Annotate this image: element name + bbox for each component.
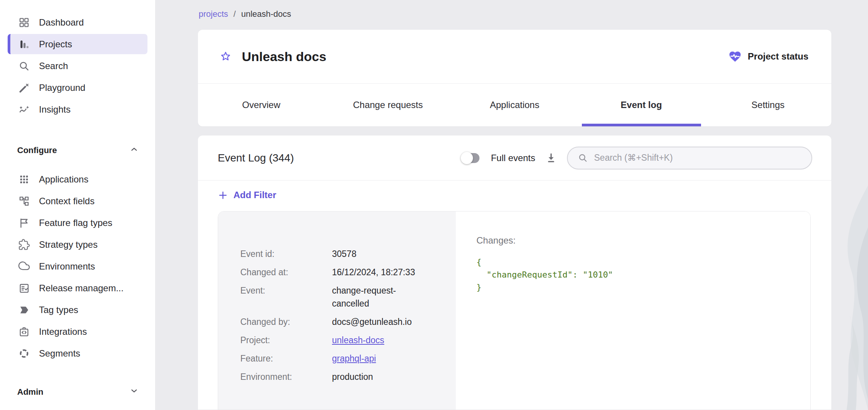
tab-settings[interactable]: Settings	[704, 84, 831, 126]
project-title-row: Unleash docs Project status	[198, 30, 831, 83]
event-field-row: Event: change-request-cancelled	[240, 284, 440, 310]
cloud-icon	[18, 261, 30, 272]
active-tab-indicator	[582, 124, 701, 126]
event-log-title: Event Log (344)	[218, 152, 294, 164]
event-log-header: Event Log (344) Full events	[198, 136, 831, 180]
field-label: Event id:	[240, 247, 332, 260]
field-value: 16/12/2024, 18:27:33	[332, 266, 428, 279]
download-icon[interactable]	[545, 152, 557, 164]
heart-pulse-icon	[728, 50, 742, 63]
field-label: Feature:	[240, 352, 332, 365]
breadcrumb-current: unleash-docs	[241, 9, 291, 19]
event-detail-card: Event id: 30578 Changed at: 16/12/2024, …	[218, 211, 811, 410]
field-label: Event:	[240, 284, 332, 310]
app-root: Dashboard Projects Search Playground Ins	[0, 0, 868, 410]
tab-overview[interactable]: Overview	[198, 84, 325, 126]
tab-change-requests[interactable]: Change requests	[325, 84, 452, 126]
event-search-field[interactable]	[567, 147, 812, 169]
tab-label: Overview	[242, 100, 280, 110]
event-field-row: Changed by: docs@getunleash.io	[240, 315, 440, 328]
chevron-down-icon	[129, 386, 139, 398]
sidebar-item-label: Search	[39, 61, 68, 71]
breadcrumb-projects-link[interactable]: projects	[199, 9, 228, 19]
event-log-controls: Full events	[462, 147, 812, 169]
sidebar-item-projects[interactable]: Projects	[8, 34, 147, 54]
field-value: unleash-docs	[332, 334, 428, 347]
event-log-card: Event Log (344) Full events	[198, 136, 831, 410]
field-value: production	[332, 370, 428, 383]
sidebar-item-label: Dashboard	[39, 17, 84, 28]
sidebar: Dashboard Projects Search Playground Ins	[0, 0, 155, 410]
sidebar-item-environments[interactable]: Environments	[0, 255, 155, 277]
sidebar-item-label: Projects	[39, 39, 72, 50]
integration-icon	[18, 326, 30, 337]
sidebar-section-configure[interactable]: Configure	[0, 142, 155, 158]
sidebar-item-playground[interactable]: Playground	[0, 77, 155, 98]
field-label: Changed by:	[240, 315, 332, 328]
event-search-input[interactable]	[594, 153, 802, 163]
field-value: docs@getunleash.io	[332, 315, 428, 328]
sidebar-item-context-fields[interactable]: Context fields	[0, 190, 155, 212]
sidebar-item-dashboard[interactable]: Dashboard	[0, 11, 155, 33]
breadcrumb-separator: /	[233, 9, 236, 19]
projects-icon	[18, 39, 30, 50]
field-label: Environment:	[240, 370, 332, 383]
sidebar-item-applications[interactable]: Applications	[0, 168, 155, 190]
field-label: Project:	[240, 334, 332, 347]
sidebar-item-label: Tag types	[39, 305, 78, 315]
chevron-up-icon	[129, 144, 139, 157]
section-label: Admin	[17, 387, 43, 397]
sidebar-item-label: Segments	[39, 348, 80, 359]
tab-label: Applications	[490, 100, 539, 110]
tab-label: Event log	[621, 100, 662, 110]
sidebar-item-label: Strategy types	[39, 239, 97, 250]
field-value: 30578	[332, 247, 428, 260]
filter-row: Add Filter	[198, 181, 831, 211]
event-field-row: Feature: graphql-api	[240, 352, 440, 365]
sidebar-item-strategy-types[interactable]: Strategy types	[0, 234, 155, 255]
search-icon	[578, 153, 588, 163]
sidebar-section-admin[interactable]: Admin	[0, 384, 155, 400]
event-field-row: Changed at: 16/12/2024, 18:27:33	[240, 266, 440, 279]
favorite-star-icon[interactable]	[219, 50, 232, 63]
event-field-row: Environment: production	[240, 370, 440, 383]
sidebar-item-release-management[interactable]: Release managem...	[0, 277, 155, 299]
changes-label: Changes:	[476, 235, 810, 246]
project-tabs: Overview Change requests Applications Ev…	[198, 83, 831, 126]
field-value: graphql-api	[332, 352, 428, 365]
tab-event-log[interactable]: Event log	[578, 84, 705, 126]
field-label: Changed at:	[240, 266, 332, 279]
event-changes-panel: Changes: { "changeRequestId": "1010" }	[456, 211, 810, 410]
sidebar-item-label: Applications	[39, 174, 88, 185]
tab-label: Settings	[751, 100, 785, 110]
tag-icon	[18, 304, 30, 316]
project-status-label: Project status	[748, 51, 808, 62]
sidebar-item-label: Context fields	[39, 196, 94, 207]
event-field-row: Project: unleash-docs	[240, 334, 440, 347]
project-link[interactable]: unleash-docs	[332, 335, 384, 345]
sidebar-item-integrations[interactable]: Integrations	[0, 321, 155, 342]
sidebar-item-segments[interactable]: Segments	[0, 342, 155, 364]
insights-icon	[18, 104, 30, 115]
feature-link[interactable]: graphql-api	[332, 354, 376, 363]
sidebar-item-tag-types[interactable]: Tag types	[0, 299, 155, 321]
puzzle-icon	[18, 239, 30, 250]
event-field-row: Event id: 30578	[240, 247, 440, 260]
sidebar-item-search[interactable]: Search	[0, 55, 155, 77]
checklist-icon	[18, 282, 30, 294]
add-filter-button[interactable]: Add Filter	[218, 190, 276, 200]
tab-label: Change requests	[353, 100, 423, 110]
tab-applications[interactable]: Applications	[451, 84, 578, 126]
full-events-toggle[interactable]	[462, 153, 479, 163]
sidebar-item-label: Release managem...	[39, 283, 123, 294]
sidebar-item-insights[interactable]: Insights	[0, 98, 155, 120]
sidebar-item-feature-flag-types[interactable]: Feature flag types	[0, 212, 155, 234]
full-events-label: Full events	[491, 153, 535, 163]
plus-icon	[218, 190, 228, 200]
project-header-card: Unleash docs Project status Overview Cha…	[198, 30, 831, 126]
project-status-button[interactable]: Project status	[728, 50, 808, 63]
dashboard-icon	[18, 17, 30, 28]
search-icon	[18, 60, 30, 72]
field-value: change-request-cancelled	[332, 284, 428, 310]
main-content: projects / unleash-docs Unleash docs Pro…	[155, 0, 868, 410]
